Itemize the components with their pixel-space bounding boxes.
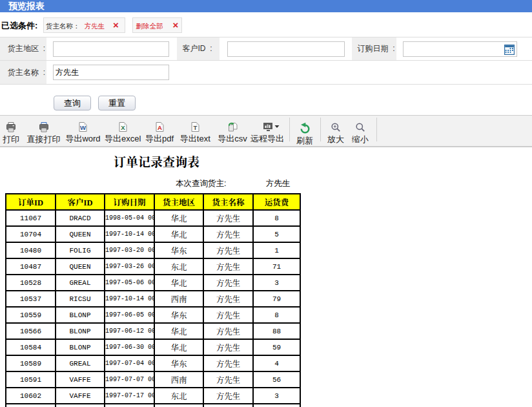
svg-text:A: A bbox=[158, 124, 162, 131]
svg-text:W: W bbox=[80, 124, 86, 131]
svg-text:T: T bbox=[193, 124, 197, 131]
svg-text:X: X bbox=[121, 124, 125, 131]
